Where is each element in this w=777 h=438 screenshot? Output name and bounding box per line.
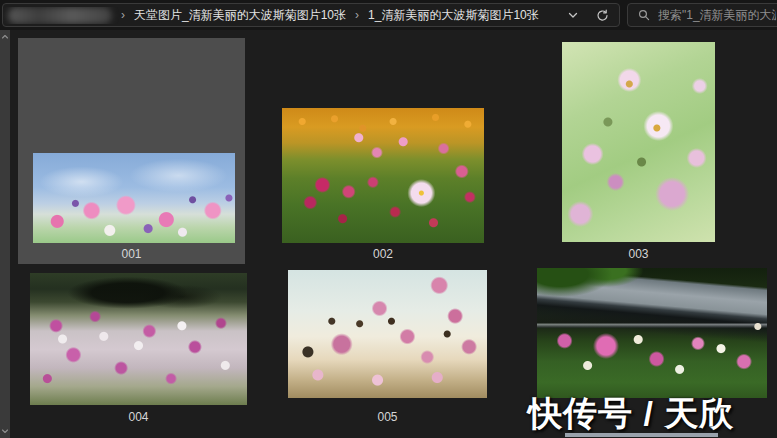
gallery-grid: 001 002 003 004 005 <box>10 30 777 438</box>
thumbnail-label-001[interactable]: 001 <box>18 247 245 261</box>
scroll-down-button[interactable] <box>0 426 10 436</box>
search-box[interactable] <box>627 3 777 27</box>
chevron-down-icon <box>567 9 579 21</box>
thumbnail-label-003[interactable]: 003 <box>562 247 715 261</box>
search-input[interactable] <box>658 8 776 22</box>
thumbnail-label-005[interactable]: 005 <box>288 410 487 424</box>
address-bar[interactable]: › 天堂图片_清新美丽的大波斯菊图片10张 › 1_清新美丽的大波斯菊图片10张 <box>2 3 620 27</box>
watermark-underline <box>565 433 718 437</box>
thumbnail-006[interactable] <box>537 268 767 398</box>
breadcrumb-separator-icon: › <box>355 8 359 22</box>
vertical-scrollbar[interactable] <box>0 30 10 438</box>
chevron-up-icon <box>1 33 9 41</box>
breadcrumb-item-current-folder[interactable]: 1_清新美丽的大波斯菊图片10张 <box>368 7 539 24</box>
search-icon <box>638 9 650 21</box>
explorer-top-bar: › 天堂图片_清新美丽的大波斯菊图片10张 › 1_清新美丽的大波斯菊图片10张 <box>0 0 777 30</box>
thumbnail-004[interactable] <box>30 273 247 405</box>
refresh-button[interactable] <box>594 7 610 23</box>
breadcrumb-root-redacted[interactable] <box>8 7 112 24</box>
chevron-down-icon <box>1 427 9 435</box>
scroll-up-button[interactable] <box>0 32 10 42</box>
address-dropdown-button[interactable] <box>565 7 581 23</box>
refresh-icon <box>596 9 609 22</box>
thumbnail-003[interactable] <box>562 42 715 242</box>
thumbnail-001[interactable] <box>33 153 235 243</box>
watermark-text: 快传号 / 天欣 <box>528 391 777 437</box>
address-bar-actions <box>565 4 610 26</box>
thumbnail-005[interactable] <box>288 270 487 398</box>
breadcrumb-item-parent-folder[interactable]: 天堂图片_清新美丽的大波斯菊图片10张 <box>134 7 346 24</box>
thumbnail-002[interactable] <box>282 108 484 243</box>
breadcrumb-separator-icon: › <box>121 8 125 22</box>
thumbnail-label-004[interactable]: 004 <box>30 410 247 424</box>
file-explorer-window: › 天堂图片_清新美丽的大波斯菊图片10张 › 1_清新美丽的大波斯菊图片10张 <box>0 0 777 438</box>
breadcrumb: › 天堂图片_清新美丽的大波斯菊图片10张 › 1_清新美丽的大波斯菊图片10张 <box>3 7 539 24</box>
thumbnail-label-002[interactable]: 002 <box>282 247 484 261</box>
